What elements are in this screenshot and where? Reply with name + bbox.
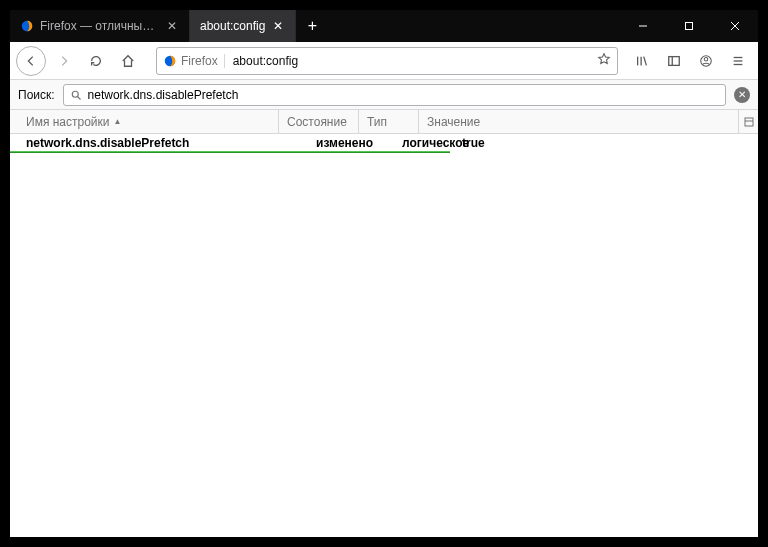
config-results: network.dns.disablePrefetch изменено лог… <box>10 134 758 537</box>
reload-button[interactable] <box>82 47 110 75</box>
app-menu-button[interactable] <box>724 47 752 75</box>
col-header-value-label: Значение <box>427 115 480 129</box>
filter-input[interactable] <box>88 88 719 102</box>
bookmark-star-icon[interactable] <box>597 52 611 69</box>
config-filter-bar: Поиск: ✕ <box>10 80 758 110</box>
tab-label: Firefox — отличный браузер <box>40 19 159 33</box>
filter-input-wrap[interactable] <box>63 84 726 106</box>
home-button[interactable] <box>114 47 142 75</box>
svg-rect-2 <box>686 23 693 30</box>
filter-label: Поиск: <box>18 88 55 102</box>
titlebar: Firefox — отличный браузер ✕ about:confi… <box>10 10 758 42</box>
maximize-button[interactable] <box>666 10 712 42</box>
pref-name: network.dns.disablePrefetch <box>18 136 308 150</box>
highlight-underline <box>10 151 450 153</box>
tab-inactive[interactable]: Firefox — отличный браузер ✕ <box>10 10 190 42</box>
minimize-button[interactable] <box>620 10 666 42</box>
tab-label: about:config <box>200 19 265 33</box>
window-controls <box>620 10 758 42</box>
tab-active[interactable]: about:config ✕ <box>190 10 296 42</box>
close-icon[interactable]: ✕ <box>271 19 285 33</box>
firefox-favicon-icon <box>20 19 34 33</box>
url-text[interactable]: about:config <box>225 54 597 68</box>
col-header-name-label: Имя настройки <box>26 115 110 129</box>
col-header-type-label: Тип <box>367 115 387 129</box>
identity-box[interactable]: Firefox <box>163 54 225 68</box>
pref-row[interactable]: network.dns.disablePrefetch изменено лог… <box>10 134 758 150</box>
pref-type: логическое <box>394 136 454 150</box>
svg-line-17 <box>77 96 80 99</box>
forward-button[interactable] <box>50 47 78 75</box>
svg-line-8 <box>644 56 647 65</box>
firefox-identity-icon <box>163 54 177 68</box>
col-header-status[interactable]: Состояние <box>278 110 358 133</box>
col-header-value[interactable]: Значение <box>418 110 738 133</box>
column-headers: Имя настройки ▲ Состояние Тип Значение <box>10 110 758 134</box>
col-header-status-label: Состояние <box>287 115 347 129</box>
sidebar-button[interactable] <box>660 47 688 75</box>
url-bar[interactable]: Firefox about:config <box>156 47 618 75</box>
svg-rect-9 <box>669 56 680 65</box>
column-picker-button[interactable] <box>738 110 758 133</box>
svg-point-16 <box>72 91 78 97</box>
library-button[interactable] <box>628 47 656 75</box>
identity-label: Firefox <box>181 54 218 68</box>
account-button[interactable] <box>692 47 720 75</box>
nav-toolbar: Firefox about:config <box>10 42 758 80</box>
search-icon <box>70 89 82 101</box>
close-icon[interactable]: ✕ <box>165 19 179 33</box>
pref-value: true <box>454 136 758 150</box>
close-window-button[interactable] <box>712 10 758 42</box>
col-header-type[interactable]: Тип <box>358 110 418 133</box>
pref-status: изменено <box>308 136 394 150</box>
new-tab-button[interactable]: + <box>296 10 328 42</box>
svg-point-12 <box>704 57 708 61</box>
back-button[interactable] <box>16 46 46 76</box>
col-header-name[interactable]: Имя настройки ▲ <box>18 110 278 133</box>
clear-filter-button[interactable]: ✕ <box>734 87 750 103</box>
svg-rect-18 <box>745 118 753 126</box>
sort-asc-icon: ▲ <box>114 117 122 126</box>
